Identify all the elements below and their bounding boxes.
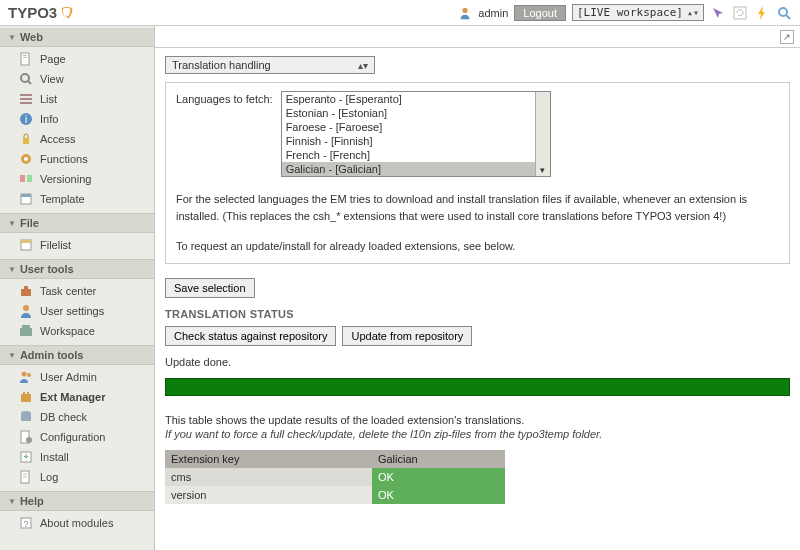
- svg-point-36: [26, 437, 32, 443]
- results-note: If you want to force a full check/update…: [165, 428, 790, 440]
- svg-point-25: [23, 305, 29, 311]
- dropdown-spinner-icon: ▴▾: [687, 7, 699, 18]
- workspace-icon: [18, 323, 34, 339]
- cell-status: OK: [372, 468, 505, 486]
- nav-item-db-check[interactable]: DB check: [0, 407, 154, 427]
- about-modules-icon: ?: [18, 515, 34, 531]
- nav-item-label: User Admin: [40, 371, 97, 383]
- nav-section-file[interactable]: ▼File: [0, 213, 154, 233]
- nav-item-task-center[interactable]: Task center: [0, 281, 154, 301]
- language-option[interactable]: Finnish - [Finnish]: [282, 134, 550, 148]
- nav-item-label: Functions: [40, 153, 88, 165]
- nav-section-admin-tools[interactable]: ▼Admin tools: [0, 345, 154, 365]
- nav-item-info[interactable]: iInfo: [0, 109, 154, 129]
- svg-text:i: i: [25, 114, 27, 125]
- triangle-down-icon: ▼: [8, 265, 16, 274]
- main-panel: ↗ Translation handling▴▾ Languages to fe…: [155, 26, 800, 550]
- mode-selector[interactable]: Translation handling▴▾: [165, 56, 375, 74]
- svg-rect-11: [20, 102, 32, 104]
- log-icon: [18, 469, 34, 485]
- translation-status-heading: TRANSLATION STATUS: [165, 308, 790, 320]
- nav-item-filelist[interactable]: Filelist: [0, 235, 154, 255]
- language-option[interactable]: Estonian - [Estonian]: [282, 106, 550, 120]
- languages-label: Languages to fetch:: [176, 91, 273, 177]
- nav-item-label: Page: [40, 53, 66, 65]
- user-admin-icon: [18, 369, 34, 385]
- nav-item-configuration[interactable]: Configuration: [0, 427, 154, 447]
- triangle-down-icon: ▼: [8, 219, 16, 228]
- nav-item-label: Configuration: [40, 431, 105, 443]
- scrollbar[interactable]: ▾: [535, 92, 550, 176]
- topbar: TYPO3 admin Logout [LIVE workspace]▴▾: [0, 0, 800, 26]
- expand-icon[interactable]: ↗: [780, 30, 794, 44]
- progress-bar: [165, 378, 790, 396]
- nav-item-label: Versioning: [40, 173, 91, 185]
- language-option[interactable]: Esperanto - [Esperanto]: [282, 92, 550, 106]
- svg-rect-20: [21, 194, 31, 197]
- svg-rect-14: [23, 138, 29, 144]
- nav-item-install[interactable]: Install: [0, 447, 154, 467]
- nav-item-access[interactable]: Access: [0, 129, 154, 149]
- nav-section-user-tools[interactable]: ▼User tools: [0, 259, 154, 279]
- svg-rect-5: [23, 55, 27, 56]
- svg-rect-6: [23, 57, 27, 58]
- svg-line-8: [28, 81, 31, 84]
- lightning-icon[interactable]: [754, 5, 770, 21]
- nav-item-page[interactable]: Page: [0, 49, 154, 69]
- results-intro: This table shows the update results of t…: [165, 414, 790, 426]
- cell-ext-key: version: [165, 486, 372, 504]
- save-selection-button[interactable]: Save selection: [165, 278, 255, 298]
- svg-rect-23: [21, 289, 31, 296]
- nav-item-workspace[interactable]: Workspace: [0, 321, 154, 341]
- nav-item-versioning[interactable]: Versioning: [0, 169, 154, 189]
- user-icon: [458, 6, 472, 20]
- app-logo: TYPO3: [8, 4, 75, 21]
- nav-item-list[interactable]: List: [0, 89, 154, 109]
- table-row: cmsOK: [165, 468, 505, 486]
- nav-item-label: About modules: [40, 517, 113, 529]
- check-status-button[interactable]: Check status against repository: [165, 326, 336, 346]
- svg-rect-1: [734, 7, 746, 19]
- nav-item-template[interactable]: Template: [0, 189, 154, 209]
- col-extension-key: Extension key: [165, 450, 372, 468]
- language-option[interactable]: Faroese - [Faroese]: [282, 120, 550, 134]
- svg-point-0: [463, 7, 468, 12]
- nav-item-label: Install: [40, 451, 69, 463]
- page-icon: [18, 51, 34, 67]
- update-done-text: Update done.: [165, 356, 790, 368]
- info-icon: i: [18, 111, 34, 127]
- cache-icon[interactable]: [710, 5, 726, 21]
- username: admin: [478, 7, 508, 19]
- nav-item-user-admin[interactable]: User Admin: [0, 367, 154, 387]
- nav-item-label: Ext Manager: [40, 391, 105, 403]
- svg-text:?: ?: [23, 519, 28, 529]
- svg-rect-27: [22, 325, 30, 328]
- language-option[interactable]: Galician - [Galician]: [282, 162, 550, 176]
- sidebar: ▼WebPageViewListiInfoAccessFunctionsVers…: [0, 26, 155, 550]
- svg-rect-17: [20, 175, 25, 182]
- table-header-row: Extension key Galician: [165, 450, 505, 468]
- workspace-selector[interactable]: [LIVE workspace]▴▾: [572, 4, 704, 21]
- reload-icon[interactable]: [732, 5, 748, 21]
- nav-item-functions[interactable]: Functions: [0, 149, 154, 169]
- nav-section-web[interactable]: ▼Web: [0, 28, 154, 47]
- nav-item-ext-manager[interactable]: Ext Manager: [0, 387, 154, 407]
- svg-rect-4: [21, 53, 29, 65]
- access-icon: [18, 131, 34, 147]
- nav-item-about-modules[interactable]: ?About modules: [0, 513, 154, 533]
- help-text-2: To request an update/install for already…: [176, 238, 779, 255]
- typo3-logo-icon: [61, 6, 75, 20]
- logout-button[interactable]: Logout: [514, 5, 566, 21]
- cell-status: OK: [372, 486, 505, 504]
- svg-rect-31: [23, 392, 25, 394]
- nav-item-label: Access: [40, 133, 75, 145]
- nav-item-view[interactable]: View: [0, 69, 154, 89]
- nav-section-help[interactable]: ▼Help: [0, 491, 154, 511]
- nav-item-user-settings[interactable]: User settings: [0, 301, 154, 321]
- svg-point-28: [22, 372, 27, 377]
- search-icon[interactable]: [776, 5, 792, 21]
- language-option[interactable]: French - [French]: [282, 148, 550, 162]
- nav-item-log[interactable]: Log: [0, 467, 154, 487]
- language-listbox[interactable]: Esperanto - [Esperanto]Estonian - [Eston…: [281, 91, 551, 177]
- update-repo-button[interactable]: Update from repository: [342, 326, 472, 346]
